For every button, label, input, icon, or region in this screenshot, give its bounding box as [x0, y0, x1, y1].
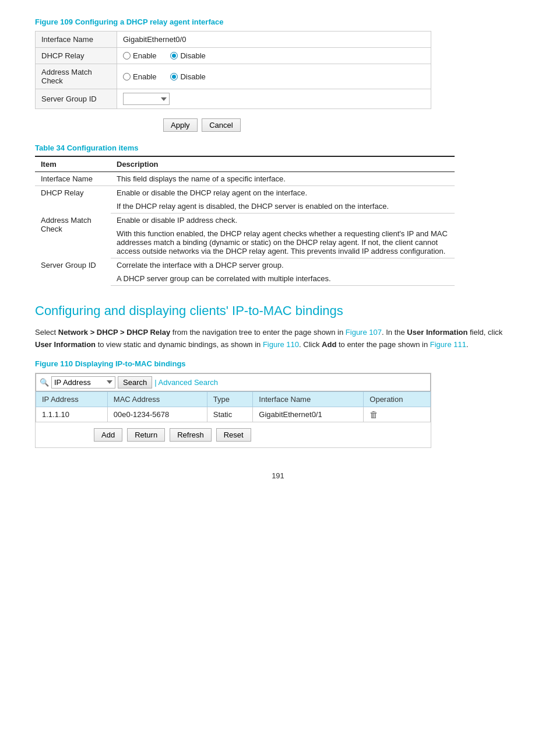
cell-type: Static [207, 407, 253, 422]
table-row: Interface Name This field displays the n… [35, 172, 455, 186]
table-row: Server Group ID Correlate the interface … [35, 258, 455, 272]
table-row: Address Match Check Enable Disable [36, 64, 431, 89]
desc-dhcp-relay-2: If the DHCP relay agent is disabled, the… [111, 200, 455, 214]
col-description: Description [111, 156, 455, 172]
col-type: Type [207, 391, 253, 407]
search-field-select[interactable]: IP Address MAC Address [51, 376, 115, 388]
figure110-title: Figure 110 Displaying IP-to-MAC bindings [35, 359, 521, 368]
enable-label: Enable [133, 51, 156, 60]
page-number: 191 [35, 471, 521, 480]
value-interface-name: GigabitEthernet0/0 [117, 32, 431, 48]
select-server-group[interactable] [117, 89, 431, 109]
config-form-table: Interface Name GigabitEthernet0/0 DHCP R… [35, 31, 431, 109]
apply-button[interactable]: Apply [163, 118, 198, 132]
user-info-field: User Information [407, 328, 467, 337]
figure110-link[interactable]: Figure 110 [263, 340, 299, 349]
table-row: Interface Name GigabitEthernet0/0 [36, 32, 431, 48]
col-item: Item [35, 156, 111, 172]
col-mac-address: MAC Address [107, 391, 207, 407]
ip-mac-table: IP Address MAC Address Type Interface Na… [36, 391, 431, 422]
add-button[interactable]: Add [94, 428, 122, 442]
address-match-enable[interactable]: Enable [123, 72, 156, 81]
radio-address-match: Enable Disable [117, 64, 431, 89]
desc-server-group-1: Correlate the interface with a DHCP serv… [111, 258, 455, 272]
desc-server-group-2: A DHCP server group can be correlated wi… [111, 272, 455, 286]
dhcp-relay-enable[interactable]: Enable [123, 51, 156, 60]
radio-filled-icon2 [170, 73, 178, 80]
return-button[interactable]: Return [127, 428, 165, 442]
cell-interface: GigabitEthernet0/1 [253, 407, 364, 422]
cell-ip: 1.1.1.10 [36, 407, 108, 422]
table-row: DHCP Relay Enable Disable [36, 48, 431, 64]
cell-operation[interactable]: 🗑 [364, 407, 431, 422]
radio-empty-icon [123, 52, 131, 60]
figure109-title: Figure 109 Configuring a DHCP relay agen… [35, 18, 521, 26]
item-address-match: Address Match Check [35, 214, 111, 258]
cancel-button[interactable]: Cancel [202, 118, 240, 132]
user-info-link: User Information [35, 340, 96, 349]
section-body: Select Network > DHCP > DHCP Relay from … [35, 327, 521, 351]
table-row: DHCP Relay Enable or disable the DHCP re… [35, 186, 455, 200]
section-heading: Configuring and displaying clients' IP-t… [35, 303, 521, 318]
advanced-search-link[interactable]: | Advanced Search [154, 378, 218, 387]
desc-interface-name: This field displays the name of a specif… [111, 172, 455, 186]
figure111-link[interactable]: Figure 111 [430, 340, 466, 349]
figure110-box: 🔍 IP Address MAC Address Search | Advanc… [35, 373, 431, 448]
refresh-button[interactable]: Refresh [170, 428, 212, 442]
delete-icon[interactable]: 🗑 [370, 410, 378, 419]
col-operation: Operation [364, 391, 431, 407]
search-bar: 🔍 IP Address MAC Address Search | Advanc… [36, 373, 431, 391]
nav-path: Network > DHCP > DHCP Relay [58, 328, 170, 337]
table-header-row: IP Address MAC Address Type Interface Na… [36, 391, 431, 407]
form-buttons: Apply Cancel [35, 118, 521, 132]
desc-dhcp-relay-1: Enable or disable the DHCP relay agent o… [111, 186, 455, 200]
disable-label2: Disable [180, 72, 205, 81]
bottom-buttons: Add Return Refresh Reset [36, 422, 431, 447]
item-dhcp-relay: DHCP Relay [35, 186, 111, 214]
col-ip-address: IP Address [36, 391, 108, 407]
radio-empty-icon2 [123, 73, 131, 80]
server-group-select[interactable] [123, 93, 170, 105]
search-icon: 🔍 [40, 378, 49, 387]
table34-title: Table 34 Configuration items [35, 144, 521, 152]
desc-address-match-1: Enable or disable IP address check. [111, 214, 455, 228]
radio-dhcp-relay: Enable Disable [117, 48, 431, 64]
enable-label2: Enable [133, 72, 156, 81]
label-dhcp-relay: DHCP Relay [36, 48, 117, 64]
figure107-link[interactable]: Figure 107 [346, 328, 382, 337]
disable-label: Disable [180, 51, 205, 60]
item-server-group: Server Group ID [35, 258, 111, 286]
radio-filled-icon [170, 52, 178, 60]
reset-button[interactable]: Reset [216, 428, 251, 442]
label-interface-name: Interface Name [36, 32, 117, 48]
label-address-match: Address Match Check [36, 64, 117, 89]
table-row: Server Group ID [36, 89, 431, 109]
table-row: Address Match Check Enable or disable IP… [35, 214, 455, 228]
cell-mac: 00e0-1234-5678 [107, 407, 207, 422]
table-row: 1.1.1.10 00e0-1234-5678 Static GigabitEt… [36, 407, 431, 422]
item-interface-name: Interface Name [35, 172, 111, 186]
col-interface-name: Interface Name [253, 391, 364, 407]
search-button[interactable]: Search [118, 376, 152, 388]
dhcp-relay-disable[interactable]: Disable [170, 51, 205, 60]
address-match-disable[interactable]: Disable [170, 72, 205, 81]
label-server-group: Server Group ID [36, 89, 117, 109]
desc-address-match-2: With this function enabled, the DHCP rel… [111, 227, 455, 258]
table-header-row: Item Description [35, 156, 455, 172]
description-table: Item Description Interface Name This fie… [35, 156, 455, 286]
add-link: Add [322, 340, 336, 349]
